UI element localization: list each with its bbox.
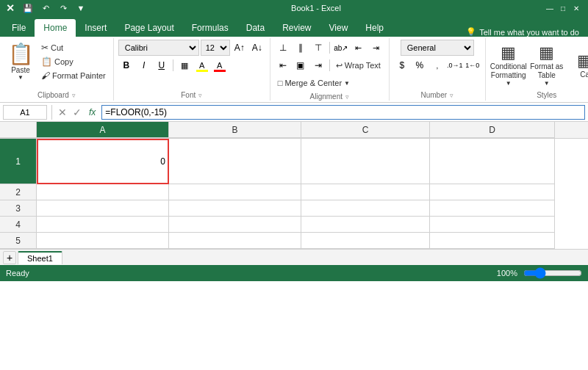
tell-me-input[interactable]: Tell me what you want to do bbox=[479, 28, 579, 37]
confirm-formula-button[interactable]: ✓ bbox=[71, 106, 83, 118]
cut-icon: ✂ bbox=[41, 43, 49, 53]
row-header-4[interactable]: 4 bbox=[0, 217, 37, 233]
cut-button[interactable]: ✂ Cut bbox=[38, 41, 109, 54]
tab-file[interactable]: File bbox=[3, 19, 35, 37]
cell-a4[interactable] bbox=[37, 217, 169, 233]
cell-styles-button[interactable]: ▦ Ca bbox=[567, 43, 588, 86]
cell-c1[interactable] bbox=[301, 139, 430, 184]
col-header-d[interactable]: D bbox=[430, 122, 555, 138]
align-middle-button[interactable]: ∥ bbox=[293, 40, 309, 56]
col-header-a[interactable]: A bbox=[37, 122, 169, 138]
conditional-formatting-button[interactable]: ▦ ConditionalFormatting ▼ bbox=[490, 43, 527, 86]
angle-text-button[interactable]: ab↗ bbox=[333, 40, 349, 56]
save-button[interactable]: 💾 bbox=[21, 1, 35, 15]
align-left-button[interactable]: ⇤ bbox=[275, 57, 291, 73]
cell-d2[interactable] bbox=[430, 184, 555, 200]
number-format-select[interactable]: General bbox=[401, 40, 474, 56]
wrap-text-label: Wrap Text bbox=[345, 61, 381, 70]
close-button[interactable]: ✕ bbox=[570, 2, 582, 14]
cell-b1[interactable] bbox=[169, 139, 301, 184]
row-headers: 1 2 3 4 5 bbox=[0, 139, 37, 249]
cell-a1[interactable]: 0 bbox=[37, 139, 169, 184]
insert-function-button[interactable]: fx bbox=[86, 107, 98, 117]
cell-d4[interactable] bbox=[430, 217, 555, 233]
font-dialog-launcher[interactable]: ▿ bbox=[198, 92, 202, 99]
tab-insert[interactable]: Insert bbox=[76, 19, 115, 37]
copy-button[interactable]: 📋 Copy bbox=[38, 55, 109, 68]
maximize-button[interactable]: □ bbox=[557, 2, 569, 14]
align-separator2 bbox=[329, 59, 330, 71]
cell-b2[interactable] bbox=[169, 184, 301, 200]
cell-b4[interactable] bbox=[169, 217, 301, 233]
cell-c5[interactable] bbox=[301, 233, 430, 249]
col-header-b[interactable]: B bbox=[169, 122, 301, 138]
cell-a3[interactable] bbox=[37, 200, 169, 217]
align-bottom-button[interactable]: ⊤ bbox=[310, 40, 326, 56]
font-color-button[interactable]: A bbox=[212, 57, 228, 73]
paste-button[interactable]: 📋 Paste ▼ bbox=[4, 40, 37, 82]
increase-decimal-button[interactable]: .0→1 bbox=[447, 57, 463, 73]
tab-page-layout[interactable]: Page Layout bbox=[115, 19, 182, 37]
increase-font-size-button[interactable]: A↑ bbox=[232, 40, 248, 56]
alignment-dialog-launcher[interactable]: ▿ bbox=[345, 93, 349, 101]
cell-d1[interactable] bbox=[430, 139, 555, 184]
cell-a5[interactable] bbox=[37, 233, 169, 249]
row-header-2[interactable]: 2 bbox=[0, 184, 37, 200]
comma-button[interactable]: ‚ bbox=[429, 57, 445, 73]
tab-data[interactable]: Data bbox=[237, 19, 273, 37]
font-size-select[interactable]: 12 bbox=[201, 40, 230, 56]
cell-d5[interactable] bbox=[430, 233, 555, 249]
decrease-font-size-button[interactable]: A↓ bbox=[249, 40, 265, 56]
cell-styles-icon: ▦ bbox=[577, 51, 588, 70]
customize-quick-access-button[interactable]: ▼ bbox=[74, 1, 88, 15]
italic-button[interactable]: I bbox=[136, 57, 152, 73]
percent-button[interactable]: % bbox=[412, 57, 428, 73]
sheet-tab-sheet1[interactable]: Sheet1 bbox=[18, 251, 62, 264]
cell-d3[interactable] bbox=[430, 200, 555, 217]
align-center-button[interactable]: ▣ bbox=[293, 57, 309, 73]
fill-color-button[interactable]: A bbox=[194, 57, 210, 73]
format-painter-button[interactable]: 🖌 Format Painter bbox=[38, 69, 109, 82]
merge-center-button[interactable]: □ Merge & Center ▼ bbox=[275, 75, 353, 91]
cancel-formula-button[interactable]: ✕ bbox=[57, 106, 68, 118]
tab-formulas[interactable]: Formulas bbox=[183, 19, 237, 37]
formula-input[interactable] bbox=[101, 105, 585, 120]
tab-review[interactable]: Review bbox=[273, 19, 320, 37]
align-right-button[interactable]: ⇥ bbox=[310, 57, 326, 73]
cell-c3[interactable] bbox=[301, 200, 430, 217]
undo-button[interactable]: ↶ bbox=[38, 1, 53, 15]
zoom-slider[interactable] bbox=[523, 269, 582, 278]
paste-dropdown-icon[interactable]: ▼ bbox=[18, 74, 24, 81]
cell-b5[interactable] bbox=[169, 233, 301, 249]
number-dialog-launcher[interactable]: ▿ bbox=[450, 92, 453, 99]
border-button[interactable]: ▦ bbox=[176, 57, 193, 73]
col-header-c[interactable]: C bbox=[301, 122, 430, 138]
indent-decrease-button[interactable]: ⇤ bbox=[351, 40, 367, 56]
underline-button[interactable]: U bbox=[154, 57, 170, 73]
format-as-table-button[interactable]: ▦ Format asTable ▼ bbox=[528, 43, 565, 86]
tab-home[interactable]: Home bbox=[35, 19, 76, 37]
cell-b3[interactable] bbox=[169, 200, 301, 217]
redo-button[interactable]: ↷ bbox=[56, 1, 71, 15]
row-header-1[interactable]: 1 bbox=[0, 139, 37, 184]
row-header-5[interactable]: 5 bbox=[0, 233, 37, 249]
tab-view[interactable]: View bbox=[320, 19, 357, 37]
status-bar: Ready 100% bbox=[0, 265, 588, 281]
status-zoom: 100% bbox=[497, 269, 517, 278]
indent-increase-button[interactable]: ⇥ bbox=[368, 40, 384, 56]
clipboard-dialog-launcher[interactable]: ▿ bbox=[72, 92, 76, 99]
align-top-button[interactable]: ⊥ bbox=[275, 40, 291, 56]
accounting-format-button[interactable]: $ bbox=[394, 57, 410, 73]
row-header-3[interactable]: 3 bbox=[0, 200, 37, 217]
name-box[interactable] bbox=[3, 105, 47, 120]
add-sheet-button[interactable]: + bbox=[3, 251, 16, 264]
cell-a2[interactable] bbox=[37, 184, 169, 200]
bold-button[interactable]: B bbox=[118, 57, 135, 73]
cell-c4[interactable] bbox=[301, 217, 430, 233]
minimize-button[interactable]: — bbox=[544, 2, 556, 14]
wrap-text-button[interactable]: ↩ Wrap Text bbox=[333, 57, 384, 73]
decrease-decimal-button[interactable]: 1←0 bbox=[465, 57, 481, 73]
tab-help[interactable]: Help bbox=[356, 19, 392, 37]
font-family-select[interactable]: Calibri bbox=[118, 40, 199, 56]
cell-c2[interactable] bbox=[301, 184, 430, 200]
